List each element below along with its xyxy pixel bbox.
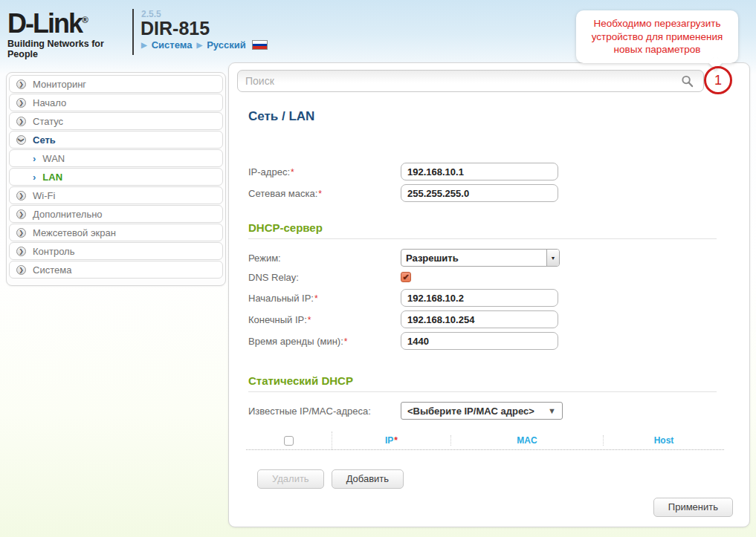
apply-button[interactable]: Применить bbox=[653, 498, 733, 517]
ip-address-label: IP-адрес:* bbox=[248, 166, 401, 178]
dhcp-lease-field[interactable] bbox=[401, 332, 558, 350]
sidebar-item-control[interactable]: ❯ Контроль bbox=[9, 242, 223, 260]
column-header-ip: IP* bbox=[332, 435, 451, 446]
required-mark: * bbox=[291, 167, 294, 178]
required-mark: * bbox=[314, 293, 318, 304]
dhcp-lease-label: Время аренды (мин):* bbox=[248, 336, 401, 347]
ip-address-field[interactable] bbox=[401, 163, 558, 180]
dhcp-mode-selected-value: Разрешить bbox=[401, 250, 546, 266]
dhcp-mode-select[interactable]: Разрешить ▼ bbox=[401, 249, 560, 267]
chevron-circle-icon: ❯ bbox=[16, 79, 26, 89]
table-actions: Удалить Добавить bbox=[257, 469, 749, 489]
add-button[interactable]: Добавить bbox=[332, 469, 404, 489]
column-header-host: Host bbox=[604, 435, 724, 446]
sidebar-item-label: Система bbox=[33, 264, 71, 276]
dhcp-start-ip-field[interactable] bbox=[401, 289, 558, 307]
required-mark: * bbox=[394, 435, 398, 446]
sidebar-item-label: Wi-Fi bbox=[33, 190, 55, 201]
dhcp-start-ip-label: Начальный IP:* bbox=[248, 293, 401, 304]
dropdown-arrow-icon[interactable]: ▼ bbox=[546, 250, 559, 266]
known-addresses-row: Известные IP/MAC-адреса: <Выберите IP/MA… bbox=[248, 402, 749, 420]
breadcrumb: ▶ Система ▶ Русский bbox=[141, 39, 268, 51]
sidebar-item-label: LAN bbox=[42, 172, 62, 183]
dns-relay-checkbox[interactable]: ✔ bbox=[401, 272, 411, 282]
logo-tagline: Building Networks for People bbox=[7, 39, 126, 59]
static-dhcp-heading: Статический DHCP bbox=[248, 374, 717, 392]
sidebar-item-label: Контроль bbox=[33, 246, 74, 257]
sidebar-item-wifi[interactable]: ❯ Wi-Fi bbox=[9, 186, 223, 204]
dlink-logo: D-Link® Building Networks for People bbox=[7, 6, 126, 59]
select-all-checkbox[interactable] bbox=[284, 436, 294, 446]
sidebar-item-lan[interactable]: › LAN bbox=[9, 168, 223, 186]
sidebar-item-label: Начало bbox=[33, 97, 66, 108]
chevron-circle-icon: ❯ bbox=[16, 228, 26, 238]
column-header-mac: MAC bbox=[451, 435, 604, 446]
dhcp-end-ip-row: Конечный IP:* bbox=[248, 310, 749, 328]
breadcrumb-system-link[interactable]: Система bbox=[152, 39, 193, 51]
dhcp-end-ip-label: Конечный IP:* bbox=[248, 314, 401, 325]
select-all-cell bbox=[246, 432, 332, 449]
notification-text: Необходимо перезагрузить устройство для … bbox=[592, 18, 723, 55]
breadcrumb-language-link[interactable]: Русский bbox=[207, 39, 246, 51]
breadcrumb-arrow-icon: ▶ bbox=[141, 41, 147, 49]
netmask-field[interactable] bbox=[401, 184, 558, 202]
sidebar-item-firewall[interactable]: ❯ Межсетевой экран bbox=[9, 224, 223, 241]
dns-relay-label: DNS Relay: bbox=[248, 272, 401, 283]
sidebar-item-system[interactable]: ❯ Система bbox=[9, 261, 223, 279]
chevron-right-icon: › bbox=[33, 172, 36, 183]
router-admin-page: D-Link® Building Networks for People 2.5… bbox=[0, 0, 756, 537]
apply-row: Применить bbox=[653, 498, 733, 517]
static-dhcp-table-header: IP* MAC Host bbox=[246, 432, 724, 449]
device-model: DIR-815 bbox=[140, 18, 210, 39]
russia-flag-icon[interactable] bbox=[252, 40, 268, 50]
sidebar-item-start[interactable]: ❯ Начало bbox=[9, 94, 223, 111]
notification-count-badge[interactable]: 1 bbox=[704, 66, 732, 94]
dhcp-end-ip-field[interactable] bbox=[401, 310, 558, 328]
sidebar-item-wan[interactable]: › WAN bbox=[9, 149, 223, 167]
sidebar-item-label: Межсетевой экран bbox=[33, 227, 116, 238]
search-icon[interactable] bbox=[681, 75, 694, 88]
dhcp-lease-row: Время аренды (мин):* bbox=[248, 332, 749, 350]
netmask-label: Сетевая маска:* bbox=[248, 188, 401, 199]
netmask-row: Сетевая маска:* bbox=[248, 184, 749, 202]
lan-settings-form: IP-адрес:* Сетевая маска:* bbox=[229, 163, 749, 202]
chevron-circle-icon: ❯ bbox=[16, 209, 26, 219]
dns-relay-row: DNS Relay: ✔ bbox=[248, 270, 749, 284]
chevron-circle-icon: ❯ bbox=[16, 247, 26, 256]
page-title: Сеть / LAN bbox=[248, 109, 749, 124]
dropdown-arrow-icon: ▼ bbox=[548, 406, 556, 415]
known-addresses-dropdown[interactable]: <Выберите IP/MAC адрес> ▼ bbox=[401, 402, 563, 420]
dhcp-server-heading: DHCP-сервер bbox=[248, 221, 717, 239]
search-bar bbox=[237, 70, 741, 92]
chevron-circle-icon: ❯ bbox=[16, 265, 26, 275]
sidebar-item-label: Статус bbox=[33, 116, 63, 127]
dhcp-start-ip-row: Начальный IP:* bbox=[248, 289, 749, 307]
known-addresses-label: Известные IP/MAC-адреса: bbox=[248, 406, 401, 417]
dhcp-mode-row: Режим: Разрешить ▼ bbox=[248, 249, 749, 267]
logo-wordmark: D-Link® bbox=[7, 6, 126, 38]
required-mark: * bbox=[308, 315, 311, 325]
sidebar-item-label: WAN bbox=[42, 153, 65, 164]
search-input[interactable] bbox=[237, 70, 704, 92]
sidebar-item-monitoring[interactable]: ❯ Мониторинг bbox=[9, 75, 223, 93]
chevron-circle-icon: ❯ bbox=[16, 191, 26, 201]
known-addresses-selected-value: <Выберите IP/MAC адрес> bbox=[407, 406, 534, 417]
required-mark: * bbox=[344, 336, 348, 347]
breadcrumb-arrow-icon: ▶ bbox=[196, 41, 202, 49]
chevron-circle-down-icon: ❯ bbox=[16, 135, 26, 145]
chevron-right-icon: › bbox=[33, 153, 36, 164]
ip-address-row: IP-адрес:* bbox=[248, 163, 749, 180]
sidebar-item-status[interactable]: ❯ Статус bbox=[9, 112, 223, 130]
reboot-notification: Необходимо перезагрузить устройство для … bbox=[576, 10, 738, 63]
sidebar-item-advanced[interactable]: ❯ Дополнительно bbox=[9, 205, 223, 223]
registered-mark: ® bbox=[82, 15, 88, 25]
header-divider bbox=[132, 9, 134, 55]
dhcp-mode-label: Режим: bbox=[248, 253, 401, 264]
sidebar-item-label: Сеть bbox=[33, 134, 56, 146]
sidebar-item-label: Мониторинг bbox=[33, 79, 86, 90]
delete-button[interactable]: Удалить bbox=[257, 469, 324, 489]
sidebar-item-label: Дополнительно bbox=[33, 209, 103, 220]
content-panel: Сеть / LAN IP-адрес:* Сетевая маска:* DH… bbox=[228, 62, 750, 527]
sidebar-item-network[interactable]: ❯ Сеть bbox=[9, 131, 223, 149]
static-dhcp-table: IP* MAC Host bbox=[246, 432, 724, 450]
